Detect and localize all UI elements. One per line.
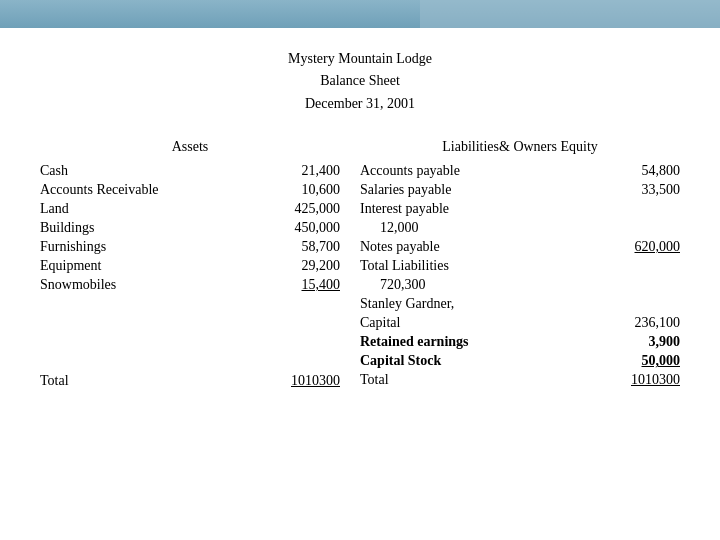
liab-ap-label: Accounts payable xyxy=(360,163,610,179)
asset-land-value: 425,000 xyxy=(270,201,340,217)
liab-grand-total-value: 1010300 xyxy=(610,372,680,388)
asset-furnishings-value: 58,700 xyxy=(270,239,340,255)
owner-retained-value: 3,900 xyxy=(610,334,680,350)
asset-ar-label: Accounts Receivable xyxy=(40,182,270,198)
asset-snowmobiles-value: 15,400 xyxy=(270,277,340,293)
assets-total-label: Total xyxy=(40,373,69,389)
owner-stanley-label: Stanley Gardner, xyxy=(360,296,610,312)
asset-ar: Accounts Receivable 10,600 xyxy=(40,182,340,198)
company-name: Mystery Mountain Lodge xyxy=(40,48,680,70)
owner-capital-stock: Capital Stock 50,000 xyxy=(360,353,680,369)
liab-sp: Salaries payable 33,500 xyxy=(360,182,680,198)
liab-sp-value: 33,500 xyxy=(610,182,680,198)
owner-retained-label: Retained earnings xyxy=(360,334,610,350)
top-bar xyxy=(0,0,720,28)
liab-sp-label: Salaries payable xyxy=(360,182,610,198)
document-header: Mystery Mountain Lodge Balance Sheet Dec… xyxy=(40,48,680,115)
asset-cash: Cash 21,400 xyxy=(40,163,340,179)
liab-total-amount-label: 720,300 xyxy=(380,277,610,293)
liab-np: Notes payable 620,000 xyxy=(360,239,680,255)
asset-furnishings-label: Furnishings xyxy=(40,239,270,255)
liab-ap-value: 54,800 xyxy=(610,163,680,179)
asset-equipment-value: 29,200 xyxy=(270,258,340,274)
owner-capital-stock-label: Capital Stock xyxy=(360,353,610,369)
assets-total-row: Total 1010300 xyxy=(40,373,340,389)
asset-cash-label: Cash xyxy=(40,163,270,179)
assets-column: Assets Cash 21,400 Accounts Receivable 1… xyxy=(40,139,350,391)
liab-total-label: Total Liabilities xyxy=(360,258,610,274)
asset-cash-value: 21,400 xyxy=(270,163,340,179)
asset-buildings-value: 450,000 xyxy=(270,220,340,236)
balance-sheet: Assets Cash 21,400 Accounts Receivable 1… xyxy=(40,139,680,391)
assets-title: Assets xyxy=(40,139,340,155)
liab-np-value: 620,000 xyxy=(610,239,680,255)
liabilities-column: Liabilities& Owners Equity Accounts paya… xyxy=(350,139,680,391)
owner-capital-stock-value: 50,000 xyxy=(610,353,680,369)
document-date: December 31, 2001 xyxy=(40,93,680,115)
liab-ip-amount: 12,000 xyxy=(360,220,680,236)
liab-ap: Accounts payable 54,800 xyxy=(360,163,680,179)
liab-grand-total: Total 1010300 xyxy=(360,372,680,388)
liab-np-label: Notes payable xyxy=(360,239,610,255)
owner-capital-value: 236,100 xyxy=(610,315,680,331)
accent-bar xyxy=(420,0,720,28)
owner-stanley: Stanley Gardner, xyxy=(360,296,680,312)
owner-capital-label: Capital xyxy=(360,315,610,331)
asset-snowmobiles-label: Snowmobiles xyxy=(40,277,270,293)
asset-snowmobiles: Snowmobiles 15,400 xyxy=(40,277,340,293)
liab-ip-label: Interest payable xyxy=(360,201,610,217)
liab-ip-value xyxy=(610,201,680,217)
owner-capital: Capital 236,100 xyxy=(360,315,680,331)
asset-equipment-label: Equipment xyxy=(40,258,270,274)
owner-retained: Retained earnings 3,900 xyxy=(360,334,680,350)
asset-ar-value: 10,600 xyxy=(270,182,340,198)
asset-furnishings: Furnishings 58,700 xyxy=(40,239,340,255)
asset-buildings-label: Buildings xyxy=(40,220,270,236)
liab-grand-total-label: Total xyxy=(360,372,610,388)
asset-land-label: Land xyxy=(40,201,270,217)
liab-total-label-row: Total Liabilities xyxy=(360,258,680,274)
document-type: Balance Sheet xyxy=(40,70,680,92)
assets-total-value: 1010300 xyxy=(291,373,340,389)
asset-land: Land 425,000 xyxy=(40,201,340,217)
asset-buildings: Buildings 450,000 xyxy=(40,220,340,236)
liab-total-amount: 720,300 xyxy=(360,277,680,293)
liabilities-title: Liabilities& Owners Equity xyxy=(360,139,680,155)
liab-ip: Interest payable xyxy=(360,201,680,217)
liab-ip-amount-label: 12,000 xyxy=(380,220,610,236)
page-content: Mystery Mountain Lodge Balance Sheet Dec… xyxy=(0,28,720,411)
asset-equipment: Equipment 29,200 xyxy=(40,258,340,274)
